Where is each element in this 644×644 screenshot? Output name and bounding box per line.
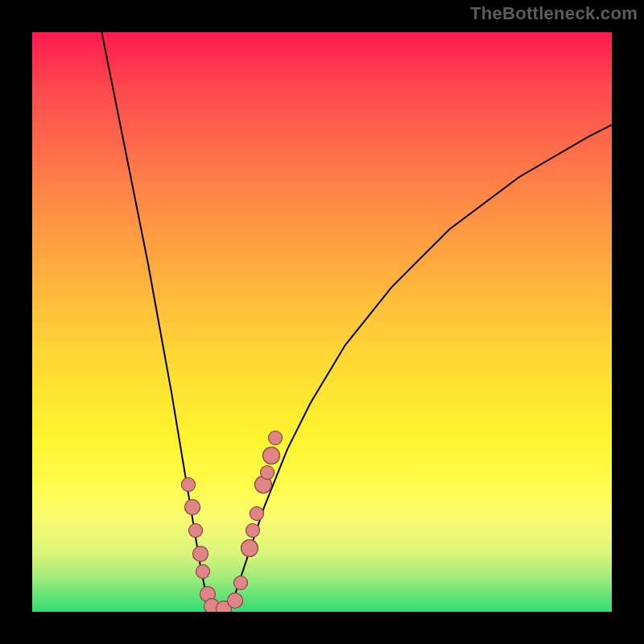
watermark-text: TheBottleneck.com	[470, 3, 638, 24]
chart-frame: TheBottleneck.com	[0, 0, 644, 644]
plot-area	[32, 32, 612, 612]
bottleneck-curve	[32, 32, 612, 612]
